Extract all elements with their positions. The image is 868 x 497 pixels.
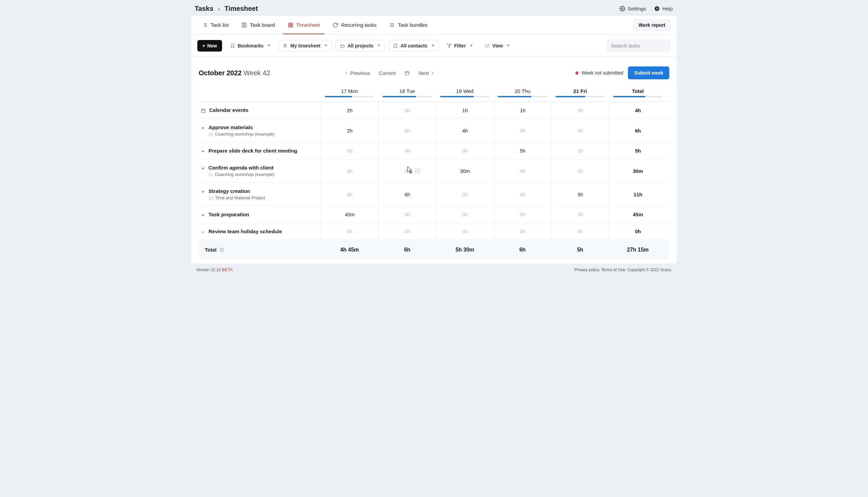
plus-icon: + xyxy=(202,43,205,48)
tab-bundles[interactable]: Task bundles xyxy=(384,16,432,34)
row-name[interactable]: Strategy creation xyxy=(209,188,265,194)
breadcrumb-current: Timesheet xyxy=(225,5,258,12)
time-cell[interactable]: 30m xyxy=(436,159,494,182)
time-cell[interactable]: 2h xyxy=(321,119,379,142)
submit-week-button[interactable]: Submit week xyxy=(628,67,669,79)
time-cell[interactable]: 0h xyxy=(321,159,379,182)
chevron-down-icon[interactable] xyxy=(201,126,205,130)
all-contacts-dropdown[interactable]: All contacts xyxy=(388,40,438,52)
time-cell[interactable]: 45m xyxy=(321,206,379,223)
terms-link[interactable]: Terms of Use. xyxy=(601,268,626,272)
time-cell[interactable]: 0h xyxy=(551,102,609,119)
status-dot-icon xyxy=(575,72,579,74)
bookmarks-dropdown[interactable]: Bookmarks xyxy=(226,40,274,51)
time-cell[interactable]: 2h xyxy=(321,102,379,119)
list-icon xyxy=(202,23,208,28)
row-project[interactable]: Time and Material Project xyxy=(209,195,265,200)
row-name[interactable]: Review team holiday schedule xyxy=(209,228,282,234)
table-row: Prepare slide deck for client meeting0h0… xyxy=(199,142,669,159)
tab-timesheet[interactable]: Timesheet xyxy=(283,16,325,34)
filter-dropdown[interactable]: Filter xyxy=(443,40,477,51)
table-row: Review team holiday schedule0h0h0h0h0h0h xyxy=(199,223,669,240)
privacy-link[interactable]: Privacy policy. xyxy=(574,268,600,272)
time-cell[interactable]: 0h xyxy=(321,142,379,159)
all-projects-dropdown[interactable]: All projects xyxy=(336,40,384,52)
row-total: 30m xyxy=(609,159,667,182)
time-cell[interactable]: 0h xyxy=(551,206,609,223)
footer-links: Privacy policy. Terms of Use. Copyright … xyxy=(574,268,672,272)
time-cell[interactable]: 5h xyxy=(494,142,551,159)
time-cell[interactable]: 0h xyxy=(436,142,494,159)
row-total: 0h xyxy=(609,223,667,240)
new-button[interactable]: + New xyxy=(197,40,222,52)
period-title: October 2022 Week 42 xyxy=(199,69,270,77)
chevron-down-icon[interactable] xyxy=(201,166,205,171)
time-cell[interactable]: 0h xyxy=(494,223,551,240)
row-project[interactable]: Coaching workshop (example) xyxy=(209,131,275,137)
time-cell[interactable]: 0h xyxy=(436,223,494,240)
work-report-button[interactable]: Work report xyxy=(633,19,671,31)
time-cell[interactable]: 0h xyxy=(494,206,551,223)
time-cell[interactable]: 1h xyxy=(494,102,551,119)
total-d2: 6h xyxy=(379,240,436,259)
next-button[interactable]: Next xyxy=(418,70,434,76)
svg-rect-9 xyxy=(242,23,244,27)
row-total: 45m xyxy=(609,206,667,223)
tab-task-board[interactable]: Task board xyxy=(237,16,280,34)
chevron-down-icon[interactable] xyxy=(201,213,205,217)
time-cell[interactable]: 0h xyxy=(551,119,609,142)
tab-task-list[interactable]: Task list xyxy=(197,16,233,34)
total-grand: 27h 15m xyxy=(609,240,667,259)
date-picker-button[interactable] xyxy=(404,71,410,75)
chevron-right-icon xyxy=(431,71,434,74)
time-cell[interactable]: 1h xyxy=(436,102,494,119)
time-cell[interactable]: 0h xyxy=(379,223,436,240)
view-dropdown[interactable]: View xyxy=(481,40,514,51)
time-cell[interactable]: 0h xyxy=(321,223,379,240)
building-icon xyxy=(393,43,398,48)
time-cell[interactable]: 0h xyxy=(494,183,551,206)
row-name[interactable]: Calendar events xyxy=(209,107,248,113)
time-cell[interactable]: 0h xyxy=(551,223,609,240)
table-row: Strategy creationTime and Material Proje… xyxy=(199,182,669,206)
info-icon[interactable] xyxy=(219,247,224,252)
time-cell[interactable]: 0h+ xyxy=(379,159,436,182)
row-name[interactable]: Approve materials xyxy=(209,124,275,130)
time-cell[interactable]: 0h xyxy=(551,142,609,159)
time-cell[interactable]: 0h xyxy=(436,206,494,223)
total-d4: 6h xyxy=(494,240,551,259)
time-cell[interactable]: 0h xyxy=(379,102,436,119)
current-button[interactable]: Current xyxy=(379,70,396,76)
breadcrumb-root[interactable]: Tasks xyxy=(195,5,213,12)
chevron-down-icon[interactable] xyxy=(201,189,205,194)
time-cell[interactable]: 0h xyxy=(379,142,436,159)
row-project[interactable]: Coaching workshop (example) xyxy=(209,172,275,177)
total-label: Total xyxy=(205,247,217,253)
time-cell[interactable]: 4h xyxy=(436,119,494,142)
chevron-down-icon[interactable] xyxy=(201,230,205,234)
chevron-down-icon[interactable] xyxy=(201,149,205,154)
time-cell[interactable]: 0h xyxy=(379,206,436,223)
time-cell[interactable]: 0h xyxy=(551,159,609,182)
search-input[interactable]: Search tasks xyxy=(606,39,671,52)
row-name[interactable]: Task preparation xyxy=(209,212,249,217)
time-cell[interactable]: 0h xyxy=(321,183,379,206)
time-cell[interactable]: 0h xyxy=(436,183,494,206)
previous-button[interactable]: Previous xyxy=(345,70,370,76)
total-d1: 4h 45m xyxy=(321,240,379,259)
help-link[interactable]: ? Help xyxy=(654,6,673,12)
row-total: 11h xyxy=(609,183,667,206)
tab-recurring[interactable]: Recurring tasks xyxy=(328,16,381,34)
row-name[interactable]: Confirm agenda with client xyxy=(209,165,275,171)
add-time-icon[interactable]: + xyxy=(415,168,421,174)
time-cell[interactable]: 0h xyxy=(494,159,551,182)
my-timesheet-dropdown[interactable]: My timesheet xyxy=(279,40,332,52)
time-cell[interactable]: 6h xyxy=(379,183,436,206)
time-cell[interactable]: 5h xyxy=(551,183,609,206)
time-cell[interactable]: 0h xyxy=(379,119,436,142)
chevron-down-icon xyxy=(378,45,380,46)
settings-link[interactable]: Settings xyxy=(620,6,646,12)
time-cell[interactable]: 0h xyxy=(494,119,551,142)
row-name[interactable]: Prepare slide deck for client meeting xyxy=(209,148,297,154)
chevron-down-icon xyxy=(507,45,510,46)
